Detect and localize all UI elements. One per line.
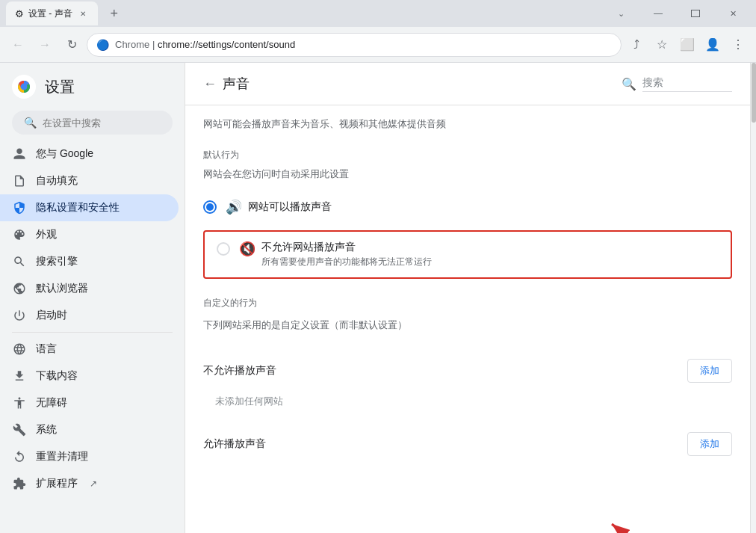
allow-sound-radio[interactable] xyxy=(203,200,217,214)
sidebar-label-language: 语言 xyxy=(36,342,57,356)
sidebar-item-download[interactable]: 下载内容 xyxy=(0,363,179,389)
profile-button[interactable]: 👤 xyxy=(701,33,725,57)
close-icon: ✕ xyxy=(730,9,737,19)
sidebar-item-search[interactable]: 搜索引擎 xyxy=(0,248,179,275)
new-tab-button[interactable]: + xyxy=(104,3,125,24)
reload-icon: ↻ xyxy=(67,37,77,52)
block-sound-highlight-box: 🔇 不允许网站播放声音 所有需要使用声音的功能都将无法正常运行 xyxy=(203,230,732,279)
sidebar-item-extensions[interactable]: 扩展程序 ↗ xyxy=(0,470,179,497)
sidebar-item-startup[interactable]: 启动时 xyxy=(0,302,179,329)
address-text: Chrome | chrome://settings/content/sound xyxy=(115,39,612,50)
sidebar-label-google: 您与 Google xyxy=(36,147,93,161)
page-title: 声音 xyxy=(223,75,250,93)
chevron-down-button[interactable]: ⌄ xyxy=(604,0,638,27)
sound-off-icon: 🔇 xyxy=(239,241,255,257)
address-site: Chrome xyxy=(115,39,149,50)
sidebar-item-google[interactable]: 您与 Google xyxy=(0,141,179,167)
sidebar-item-browser[interactable]: 默认浏览器 xyxy=(0,275,179,302)
address-separator: | xyxy=(152,39,158,50)
menu-button[interactable]: ⋮ xyxy=(726,33,750,57)
page-search-label[interactable]: 搜索 xyxy=(642,76,732,92)
sidebar-label-download: 下载内容 xyxy=(36,369,78,383)
tab-search-icon: ⬜ xyxy=(680,37,695,52)
profile-icon: 👤 xyxy=(705,37,720,52)
annotation-arrow xyxy=(608,517,683,533)
page-back-button[interactable]: ← xyxy=(203,76,217,92)
bookmark-icon: ☆ xyxy=(657,37,667,52)
sidebar-item-language[interactable]: 语言 xyxy=(0,336,179,363)
block-sound-labels: 不允许网站播放声音 所有需要使用声音的功能都将无法正常运行 xyxy=(261,241,432,268)
custom-behavior-title: 自定义的行为 xyxy=(203,291,732,315)
site-security-icon: 🔵 xyxy=(96,39,109,51)
tab-title: 设置 - 声音 xyxy=(28,7,72,20)
restore-button[interactable] xyxy=(678,0,713,27)
external-link-icon: ↗ xyxy=(90,478,97,489)
search-icon: 🔍 xyxy=(24,117,37,129)
share-icon: ⤴ xyxy=(633,38,639,52)
back-icon: ← xyxy=(12,38,24,52)
sidebar-label-autofill: 自动填充 xyxy=(36,174,78,188)
sidebar-label-system: 系统 xyxy=(36,423,57,437)
browser-icon xyxy=(12,281,27,296)
back-button[interactable]: ← xyxy=(6,33,30,57)
page-header: ← 声音 🔍 搜索 xyxy=(185,63,750,105)
scrollbar-thumb xyxy=(752,63,756,123)
page-description: 网站可能会播放声音来为音乐、视频和其他媒体提供音频 xyxy=(185,105,750,137)
sidebar-item-system[interactable]: 系统 xyxy=(0,416,179,443)
power-icon xyxy=(12,308,27,323)
document-icon xyxy=(12,173,27,188)
address-path: chrome://settings/content/sound xyxy=(158,39,295,50)
tab-search-button[interactable]: ⬜ xyxy=(675,33,699,57)
page-search: 🔍 搜索 xyxy=(622,76,732,92)
block-add-button[interactable]: 添加 xyxy=(687,359,732,383)
forward-button[interactable]: → xyxy=(33,33,57,57)
titlebar: ⚙ 设置 - 声音 ✕ + ⌄ ✕ xyxy=(0,0,756,27)
allow-sound-label: 网站可以播放声音 xyxy=(248,200,332,214)
restore-icon xyxy=(691,10,700,17)
new-tab-icon: + xyxy=(110,6,118,22)
sidebar-search-container: 🔍 xyxy=(0,111,185,141)
menu-icon: ⋮ xyxy=(732,37,744,52)
minimize-icon xyxy=(654,8,663,19)
sidebar-search-box[interactable]: 🔍 xyxy=(12,111,173,135)
address-bar[interactable]: 🔵 Chrome | chrome://settings/content/sou… xyxy=(87,33,622,57)
sidebar-label-appearance: 外观 xyxy=(36,228,57,241)
sidebar-item-privacy[interactable]: 隐私设置和安全性 xyxy=(0,194,179,221)
block-empty-text: 未添加任何网站 xyxy=(203,389,732,414)
browser-toolbar: ← → ↻ 🔵 Chrome | chrome://settings/conte… xyxy=(0,27,756,63)
globe-icon xyxy=(12,342,27,357)
block-sound-option[interactable]: 🔇 不允许网站播放声音 所有需要使用声音的功能都将无法正常运行 xyxy=(205,232,731,277)
sidebar-item-accessibility[interactable]: 无障碍 xyxy=(0,389,179,416)
allow-sound-option[interactable]: 🔊 网站可以播放声音 xyxy=(185,190,750,224)
share-button[interactable]: ⤴ xyxy=(625,33,648,57)
sidebar-label-reset: 重置并清理 xyxy=(36,450,88,463)
search-input[interactable] xyxy=(43,117,168,129)
right-scrollbar[interactable] xyxy=(750,63,756,533)
block-websites-section: 不允许播放声音 添加 未添加任何网站 xyxy=(185,347,750,420)
minimize-button[interactable] xyxy=(641,0,675,27)
sidebar-item-reset[interactable]: 重置并清理 xyxy=(0,443,179,470)
close-button[interactable]: ✕ xyxy=(716,0,750,27)
active-tab[interactable]: ⚙ 设置 - 声音 ✕ xyxy=(6,1,98,25)
block-sound-radio[interactable] xyxy=(217,242,230,256)
toolbar-actions: ⤴ ☆ ⬜ 👤 ⋮ xyxy=(625,33,750,57)
allow-list-title: 允许播放声音 xyxy=(203,437,266,451)
window-controls: ⌄ ✕ xyxy=(604,0,750,27)
content-wrapper: ← 声音 🔍 搜索 网站可能会播放声音来为音乐、视频和其他媒体提供音频 默认行为… xyxy=(185,63,756,533)
main-layout: 设置 🔍 您与 Google 自动填充 xyxy=(0,63,756,533)
block-list-header: 不允许播放声音 添加 xyxy=(203,353,732,389)
block-sound-sublabel: 所有需要使用声音的功能都将无法正常运行 xyxy=(261,256,432,268)
reset-icon xyxy=(12,449,27,464)
bookmark-button[interactable]: ☆ xyxy=(650,33,674,57)
allow-websites-section: 允许播放声音 添加 xyxy=(185,420,750,468)
tab-close-button[interactable]: ✕ xyxy=(77,7,89,19)
allow-add-button[interactable]: 添加 xyxy=(687,432,732,456)
sidebar-item-autofill[interactable]: 自动填充 xyxy=(0,167,179,194)
sidebar-label-browser: 默认浏览器 xyxy=(36,282,88,295)
sidebar-item-appearance[interactable]: 外观 xyxy=(0,221,179,248)
reload-button[interactable]: ↻ xyxy=(60,33,84,57)
page-header-left: ← 声音 xyxy=(203,75,250,93)
titlebar-left: ⚙ 设置 - 声音 ✕ + xyxy=(6,1,125,25)
palette-icon xyxy=(12,227,27,242)
wrench-icon xyxy=(12,422,27,437)
